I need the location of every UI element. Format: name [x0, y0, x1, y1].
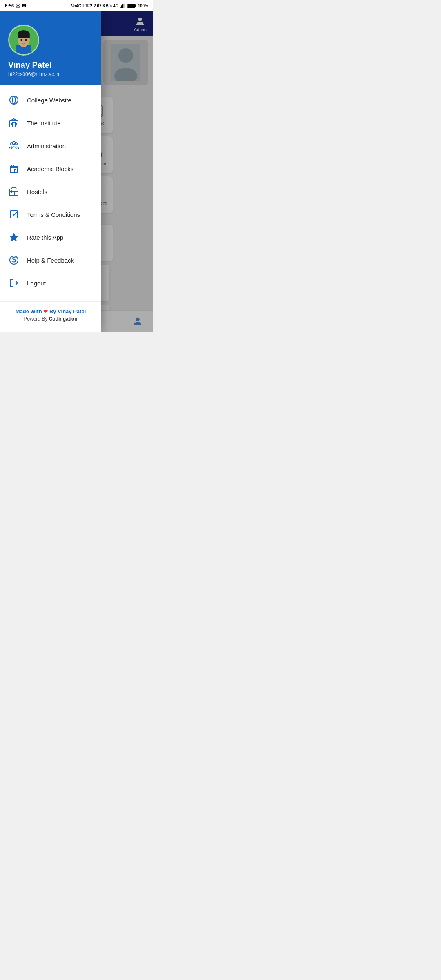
terms-label: Terms & Conditions — [27, 211, 80, 218]
svg-rect-39 — [18, 34, 29, 38]
svg-rect-1 — [120, 7, 121, 8]
academic-blocks-label: Academic Blocks — [27, 165, 74, 172]
svg-rect-2 — [121, 5, 122, 8]
academic-blocks-icon — [8, 163, 20, 174]
status-bar: 6:56 M Vo4G LTE2 2.67 KB/s 4G 100% — [0, 0, 153, 11]
menu-item-academic-blocks[interactable]: Academic Blocks — [0, 157, 101, 180]
brand-label: Codingation — [49, 316, 78, 322]
svg-point-0 — [18, 5, 19, 7]
time: 6:56 — [5, 3, 14, 8]
heart-icon: ❤ — [43, 308, 49, 314]
menu-item-help[interactable]: Help & Feedback — [0, 249, 101, 272]
menu-item-terms[interactable]: Terms & Conditions — [0, 203, 101, 226]
svg-rect-7 — [128, 4, 135, 7]
hostels-label: Hostels — [27, 188, 47, 195]
menu-item-college-website[interactable]: College Website — [0, 89, 101, 111]
logout-label: Logout — [27, 280, 46, 287]
battery-icon — [127, 3, 136, 8]
the-institute-label: The Institute — [27, 120, 61, 127]
svg-rect-51 — [14, 169, 16, 173]
svg-rect-44 — [13, 123, 15, 127]
menu-item-administration[interactable]: Administration — [0, 134, 101, 157]
status-right: Vo4G LTE2 2.67 KB/s 4G 100% — [71, 3, 148, 8]
globe-icon — [8, 94, 20, 106]
college-website-label: College Website — [27, 97, 71, 104]
logout-icon — [8, 277, 20, 289]
menu-item-hostels[interactable]: Hostels — [0, 180, 101, 203]
app-container: Admin ities > ses — [0, 11, 153, 332]
drawer-footer: Made With ❤ By Vinay Patel Powerd By Cod… — [0, 301, 101, 332]
gen: 4G — [113, 4, 118, 8]
administration-label: Administration — [27, 143, 66, 149]
user-name: Vinay Patel — [8, 60, 93, 70]
terms-icon — [8, 209, 20, 220]
svg-point-41 — [25, 39, 27, 41]
user-email: bt22cs006@nitmz.ac.in — [8, 71, 93, 77]
signal-icon — [120, 3, 126, 8]
network-type: Vo4G LTE2 — [71, 4, 92, 8]
help-label: Help & Feedback — [27, 257, 74, 264]
menu-item-rate-app[interactable]: Rate this App — [0, 226, 101, 249]
administration-icon — [8, 140, 20, 151]
speed: 2.67 KB/s — [94, 4, 112, 8]
drawer-header: Vinay Patel bt22cs006@nitmz.ac.in — [0, 11, 101, 85]
footer-powered-text: Powerd By Codingation — [8, 316, 93, 322]
svg-rect-3 — [122, 4, 124, 8]
institute-icon — [8, 117, 20, 129]
svg-rect-35 — [16, 45, 31, 56]
whatsapp-icon — [8, 254, 20, 266]
menu-item-the-institute[interactable]: The Institute — [0, 111, 101, 134]
svg-rect-6 — [135, 5, 136, 7]
svg-rect-52 — [10, 189, 18, 196]
avatar-image — [9, 24, 38, 56]
mail-icon: M — [22, 3, 26, 9]
battery-percent: 100% — [138, 4, 148, 8]
svg-rect-53 — [10, 211, 18, 218]
menu-item-logout[interactable]: Logout — [0, 272, 101, 294]
side-drawer: Vinay Patel bt22cs006@nitmz.ac.in Colleg… — [0, 11, 101, 332]
star-icon — [8, 232, 20, 243]
hostel-icon — [8, 186, 20, 197]
drawer-menu: College Website The Institute — [0, 85, 101, 301]
svg-rect-4 — [124, 4, 125, 8]
footer-made-with-text: Made With ❤ By Vinay Patel — [8, 308, 93, 314]
svg-point-40 — [20, 39, 22, 41]
rate-app-label: Rate this App — [27, 234, 63, 241]
status-left: 6:56 M — [5, 3, 26, 9]
avatar — [8, 24, 39, 56]
settings-icon — [16, 3, 20, 8]
